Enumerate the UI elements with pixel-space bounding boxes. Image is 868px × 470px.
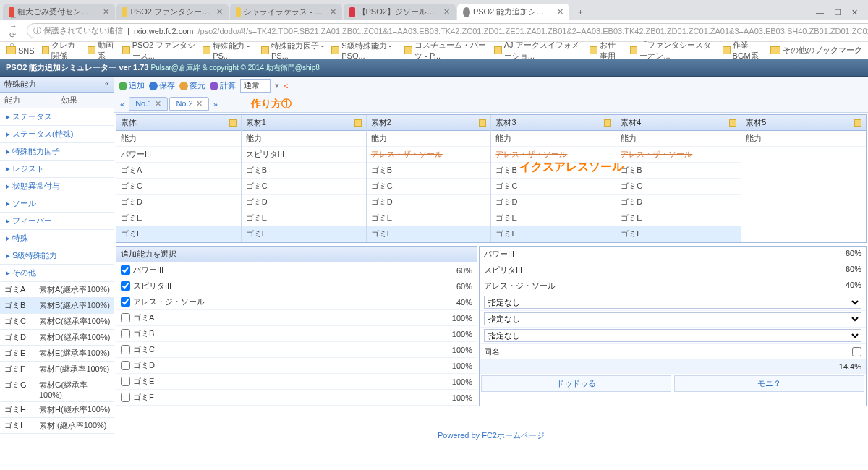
ability-checkbox[interactable] bbox=[121, 281, 130, 291]
ability-checkbox[interactable] bbox=[121, 345, 130, 354]
browser-tab[interactable]: 【PSO2】ジソール系の作り方とイクス系✕ bbox=[344, 4, 456, 20]
ability-checkbox[interactable] bbox=[121, 393, 130, 402]
sidebar-category[interactable]: ▸ その他 bbox=[0, 265, 114, 282]
item-select-1[interactable]: 指定なし bbox=[484, 296, 861, 309]
slot-ability[interactable]: ゴミE bbox=[491, 210, 616, 226]
ability-checkbox-row[interactable]: ゴミB100% bbox=[116, 326, 477, 342]
slot-ability[interactable]: パワーIII bbox=[116, 147, 241, 163]
ability-checkbox[interactable] bbox=[121, 265, 130, 275]
slot-ability[interactable]: 能力 bbox=[491, 131, 616, 147]
slot-ability[interactable]: アレス・ザ・ソール bbox=[616, 147, 741, 163]
ability-checkbox-row[interactable]: ゴミA100% bbox=[116, 310, 477, 326]
sidebar-category[interactable]: ▸ ソール bbox=[0, 195, 114, 213]
back-button[interactable]: ← bbox=[6, 13, 21, 22]
bookmark-item[interactable]: クレカ関係 bbox=[42, 40, 81, 61]
sidebar-row[interactable]: ゴミH素材H(継承率100%) bbox=[0, 402, 114, 418]
close-icon[interactable]: ✕ bbox=[557, 7, 563, 17]
pin-icon[interactable] bbox=[604, 119, 611, 127]
sidebar-row[interactable]: ゴミE素材E(継承率100%) bbox=[0, 346, 114, 362]
slot-ability[interactable]: ゴミF bbox=[116, 226, 241, 242]
ability-checkbox[interactable] bbox=[121, 297, 130, 307]
item-select-3[interactable]: 指定なし bbox=[484, 329, 861, 342]
calc-button[interactable]: 計算 bbox=[210, 80, 236, 91]
slot-ability[interactable]: ゴミB bbox=[616, 163, 741, 179]
ability-checkbox[interactable] bbox=[121, 313, 130, 322]
add-button[interactable]: 追加 bbox=[119, 80, 145, 91]
footer-link[interactable]: Powered by FC2ホームページ bbox=[438, 431, 545, 440]
sidebar-category[interactable]: ▸ S級特殊能力 bbox=[0, 247, 114, 265]
same-name-checkbox[interactable] bbox=[852, 346, 861, 357]
slot-ability[interactable]: ゴミC bbox=[491, 179, 616, 195]
sidebar-category[interactable]: ▸ フィーバー bbox=[0, 213, 114, 230]
slot-ability[interactable]: アレス・ザ・ソール bbox=[491, 147, 616, 163]
pin-icon[interactable] bbox=[854, 119, 861, 127]
slot-ability[interactable]: ゴミD bbox=[367, 195, 491, 210]
slot-ability[interactable]: ゴミC bbox=[242, 179, 366, 195]
tab-no2[interactable]: No.2✕ bbox=[169, 97, 208, 111]
sidebar-category[interactable]: ▸ 状態異常付与 bbox=[0, 178, 114, 195]
tabs-prev[interactable]: « bbox=[117, 100, 127, 108]
slot-ability[interactable]: ゴミD bbox=[242, 195, 366, 210]
sidebar-row[interactable]: ゴミG素材G(継承率100%) bbox=[0, 377, 114, 402]
slot-ability[interactable]: ゴミF bbox=[616, 226, 741, 242]
slot-ability[interactable]: アレス・ザ・ソール bbox=[367, 147, 491, 163]
sidebar-category[interactable]: ▸ ステータス(特殊) bbox=[0, 126, 114, 143]
sidebar-row[interactable]: ゴミC素材C(継承率100%) bbox=[0, 314, 114, 330]
slot-ability[interactable]: ゴミA bbox=[116, 163, 241, 179]
slot-ability[interactable]: 能力 bbox=[116, 131, 241, 147]
item-select-2[interactable]: 指定なし bbox=[484, 312, 861, 325]
slot-ability[interactable]: スピリタIII bbox=[242, 147, 366, 163]
restore-button[interactable]: 復元 bbox=[179, 80, 205, 91]
ability-checkbox[interactable] bbox=[121, 361, 130, 370]
ability-checkbox-row[interactable]: ゴミC100% bbox=[116, 342, 477, 358]
sidebar-category[interactable]: ▸ 特殊 bbox=[0, 230, 114, 247]
slot-ability[interactable]: 能力 bbox=[242, 131, 366, 147]
slot-ability[interactable]: ゴミD bbox=[491, 195, 616, 210]
bookmark-item[interactable]: AJ アークスイフォメーショ... bbox=[494, 40, 582, 61]
dudu-button[interactable]: ドゥドゥる bbox=[481, 375, 671, 392]
slot-ability[interactable]: ゴミC bbox=[367, 179, 491, 195]
slot-ability[interactable]: ゴミE bbox=[367, 210, 491, 226]
bookmark-item[interactable]: 特殊能力因子 - PS... bbox=[261, 40, 324, 61]
bookmarks-more[interactable]: その他のブックマーク bbox=[770, 45, 862, 56]
bookmark-item[interactable]: 「ファンタシースターオン... bbox=[630, 40, 715, 61]
pin-icon[interactable] bbox=[354, 119, 362, 127]
window-minimize[interactable]: ― bbox=[816, 8, 824, 17]
bookmark-item[interactable]: 特殊能力 - PS... bbox=[203, 40, 254, 61]
new-tab-button[interactable]: ＋ bbox=[571, 4, 590, 20]
sidebar-row[interactable]: ゴミA素材A(継承率100%) bbox=[0, 282, 114, 298]
forward-button[interactable]: → bbox=[6, 22, 21, 30]
slot-ability[interactable]: ゴミB bbox=[242, 163, 366, 179]
pin-icon[interactable] bbox=[229, 119, 237, 127]
ability-checkbox[interactable] bbox=[121, 329, 130, 338]
slot-ability[interactable]: ゴミC bbox=[616, 179, 741, 195]
ability-checkbox[interactable] bbox=[121, 377, 130, 386]
url-field[interactable]: ⓘ 保護されていない通信 | rxio.web.fc2.com/pso2/dod… bbox=[27, 23, 868, 38]
bookmark-item[interactable]: PSO2 ファンタシース... bbox=[122, 40, 195, 61]
reload-button[interactable]: ⟳ bbox=[6, 30, 20, 39]
browser-tab[interactable]: PSO2 ファンタシースターオンライン2 攻✕ bbox=[116, 4, 229, 20]
bookmark-item[interactable]: 動画系 bbox=[88, 40, 114, 61]
ability-checkbox-row[interactable]: スピリタIII60% bbox=[116, 278, 477, 294]
close-icon[interactable]: ✕ bbox=[103, 7, 109, 17]
browser-tab[interactable]: シャライラケラス - PSO2 ファンタシース✕ bbox=[230, 4, 342, 20]
slot-ability[interactable]: 能力 bbox=[616, 131, 741, 147]
pin-icon[interactable] bbox=[729, 119, 736, 127]
window-close[interactable]: ✕ bbox=[851, 8, 858, 17]
sidebar-row[interactable]: ゴミD素材D(継承率100%) bbox=[0, 330, 114, 346]
slot-ability[interactable]: ゴミC bbox=[116, 179, 241, 195]
ability-checkbox-row[interactable]: ゴミF100% bbox=[116, 390, 477, 406]
slot-ability[interactable]: ゴミE bbox=[116, 210, 241, 226]
bookmark-item[interactable]: SNS bbox=[6, 40, 35, 61]
ability-checkbox-row[interactable]: ゴミE100% bbox=[116, 374, 477, 390]
close-icon[interactable]: ✕ bbox=[216, 7, 223, 17]
close-icon[interactable]: ✕ bbox=[330, 7, 336, 17]
slot-ability[interactable]: 能力 bbox=[367, 131, 491, 147]
slot-ability[interactable]: ゴミE bbox=[242, 210, 366, 226]
ability-checkbox-row[interactable]: アレス・ジ・ソール40% bbox=[116, 294, 477, 310]
slot-ability[interactable]: ゴミB bbox=[367, 163, 491, 179]
close-icon[interactable]: ✕ bbox=[196, 99, 203, 108]
bookmark-item[interactable]: S級特殊能力 - PSO... bbox=[331, 40, 397, 61]
bookmark-item[interactable]: コスチューム・パーツ - P... bbox=[404, 40, 487, 61]
sidebar-category[interactable]: ▸ 特殊能力因子 bbox=[0, 143, 114, 161]
